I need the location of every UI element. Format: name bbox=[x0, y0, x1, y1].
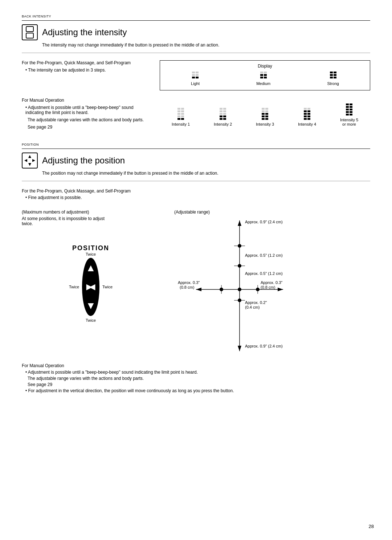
bar-row bbox=[330, 77, 336, 78]
i1-label: Intensity 1 bbox=[172, 122, 190, 126]
position-footer-notes: For Manual Operation • Adjustment is pos… bbox=[22, 363, 370, 393]
position-left: (Maximum numbers of adjustment) At some … bbox=[22, 206, 160, 356]
bar-unit bbox=[334, 72, 336, 73]
section1-label: BACK INTENSITY bbox=[22, 15, 370, 18]
svg-text:Approx. 0.5" (1.2 cm): Approx. 0.5" (1.2 cm) bbox=[245, 271, 283, 276]
bar-row bbox=[330, 74, 336, 76]
bar-unit bbox=[192, 74, 195, 76]
bar-unit bbox=[264, 72, 267, 73]
bar-unit bbox=[196, 72, 199, 73]
strong-label: Strong bbox=[327, 81, 339, 86]
bar-row bbox=[260, 77, 267, 78]
position-right: (Adjustable range) bbox=[174, 206, 370, 356]
position-text: POSITION bbox=[69, 244, 113, 252]
display-indicators: Light bbox=[164, 72, 366, 86]
svg-marker-2 bbox=[28, 155, 31, 158]
bar-unit bbox=[334, 77, 336, 78]
position-content-row: (Maximum numbers of adjustment) At some … bbox=[22, 206, 370, 356]
intensity5-group: Intensity 5or more bbox=[340, 103, 358, 126]
bar-unit bbox=[334, 74, 336, 76]
section2-title: Adjusting the position bbox=[42, 155, 125, 166]
svg-marker-11 bbox=[278, 288, 283, 291]
svg-text:(0.8 cm): (0.8 cm) bbox=[180, 285, 194, 289]
manual-op2-title: For Manual Operation bbox=[22, 363, 370, 368]
svg-text:Approx. 0.9" (2.4 cm): Approx. 0.9" (2.4 cm) bbox=[245, 220, 283, 224]
svg-text:Approx. 0.3": Approx. 0.3" bbox=[178, 280, 200, 285]
bar-unit bbox=[260, 74, 263, 76]
manual-op-right: Intensity 1 Intensity 2 bbox=[160, 98, 370, 132]
svg-marker-10 bbox=[196, 288, 201, 291]
svg-marker-5 bbox=[32, 159, 35, 162]
back-intensity-section: BACK INTENSITY Adjusting the intensity T… bbox=[22, 15, 370, 132]
svg-point-12 bbox=[238, 288, 241, 291]
section1-divider bbox=[22, 53, 370, 53]
dpad-row: Twice ▲ ▼ ◄ ► Twice bbox=[69, 258, 113, 316]
bar-unit bbox=[260, 77, 263, 78]
dpad-right-arrow: ► bbox=[84, 281, 94, 293]
twice-top-label: Twice bbox=[69, 252, 113, 256]
i1-bars bbox=[177, 108, 184, 120]
bar-unit bbox=[264, 77, 267, 78]
strong-bars bbox=[330, 72, 336, 78]
position-title-text: POSITION bbox=[72, 244, 109, 252]
svg-marker-3 bbox=[28, 163, 31, 166]
svg-text:Approx. 0.5" (1.2 cm): Approx. 0.5" (1.2 cm) bbox=[245, 253, 283, 257]
dpad-up-arrow: ▲ bbox=[86, 262, 96, 274]
medium-label: Medium bbox=[256, 81, 270, 86]
bar-unit bbox=[330, 74, 333, 76]
i3-label: Intensity 3 bbox=[256, 122, 274, 126]
intensity4-group: Intensity 4 bbox=[298, 108, 316, 126]
manual-op2-b2: The adjustable range varies with the act… bbox=[28, 376, 370, 381]
bar-row bbox=[260, 72, 267, 73]
max-numbers-title: (Maximum numbers of adjustment) bbox=[22, 210, 160, 215]
intensity-icon-box bbox=[22, 24, 38, 40]
bar-row bbox=[192, 74, 199, 76]
twice-left-label: Twice bbox=[69, 285, 79, 289]
svg-marker-8 bbox=[238, 220, 241, 226]
display-label: Display bbox=[164, 64, 366, 69]
svg-marker-9 bbox=[238, 346, 241, 351]
section2-subtitle: The position may not change immediately … bbox=[42, 171, 370, 176]
bar-row bbox=[330, 72, 336, 73]
bar-unit bbox=[330, 77, 333, 78]
manual-op-bullet3: See page 29 bbox=[28, 125, 152, 130]
light-label: Light bbox=[191, 81, 200, 86]
i5-label: Intensity 5or more bbox=[340, 118, 358, 126]
manual-op-title: For Manual Operation bbox=[22, 98, 152, 103]
i4-label: Intensity 4 bbox=[298, 122, 316, 126]
i2-label: Intensity 2 bbox=[214, 122, 232, 126]
manual-op-bullet1: • Adjustment is possible until a "beep-b… bbox=[25, 105, 152, 115]
light-bars bbox=[192, 72, 199, 78]
section2-divider bbox=[22, 181, 370, 181]
indicator-light: Light bbox=[191, 72, 200, 86]
display-box: Display bbox=[160, 60, 370, 90]
svg-text:(0.4 cm): (0.4 cm) bbox=[245, 305, 260, 309]
bar-unit bbox=[196, 77, 199, 78]
preprog-right: Display bbox=[160, 60, 370, 90]
bar-unit bbox=[196, 74, 199, 76]
manual-op-row: For Manual Operation • Adjustment is pos… bbox=[22, 98, 370, 132]
preprog2-title: For the Pre-Program, Quick Massage, and … bbox=[22, 188, 370, 194]
position-icon-box bbox=[22, 153, 38, 169]
svg-rect-1 bbox=[26, 33, 33, 38]
intensity-icon bbox=[25, 26, 35, 39]
preprog-left: For the Pre-Program, Quick Massage, and … bbox=[22, 60, 152, 90]
preprog2-bullet: • Fine adjustment is possible. bbox=[25, 195, 370, 200]
position-dpad-container: POSITION Twice Twice ▲ ▼ ◄ ► bbox=[51, 234, 131, 333]
manual-op2-b4: • For adjustment in the vertical directi… bbox=[25, 388, 370, 393]
bar-row bbox=[192, 77, 199, 78]
section2-header: Adjusting the position bbox=[22, 153, 370, 169]
section1-title: Adjusting the intensity bbox=[42, 27, 127, 37]
max-numbers-desc: At some positions, it is impossible to a… bbox=[22, 216, 160, 226]
twice-bottom-label: Twice bbox=[69, 318, 113, 322]
dpad-circle: ▲ ▼ ◄ ► bbox=[82, 258, 99, 316]
intensity1-group: Intensity 1 bbox=[172, 108, 190, 126]
section1-subtitle: The intensity may not change immediately… bbox=[42, 42, 370, 48]
i2-bars bbox=[220, 108, 226, 120]
preprog-title: For the Pre-Program, Quick Massage, and … bbox=[22, 60, 152, 65]
svg-rect-0 bbox=[26, 27, 33, 32]
section2-top-divider bbox=[22, 149, 370, 149]
svg-text:(0.8 cm): (0.8 cm) bbox=[261, 285, 275, 289]
twice-right-label: Twice bbox=[102, 285, 113, 289]
i5-bars bbox=[346, 103, 352, 115]
